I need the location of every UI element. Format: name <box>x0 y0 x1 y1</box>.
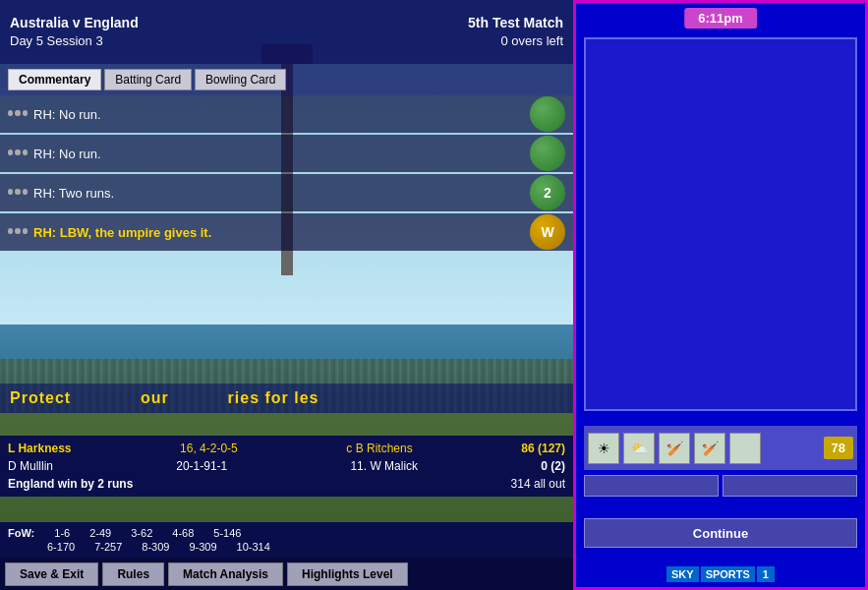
commentary-text-4: RH: LBW, the umpire gives it. <box>33 225 524 240</box>
session-info: Day 5 Session 3 <box>10 32 468 50</box>
ball-dots-2 <box>8 149 28 157</box>
right-panel: 6:11pm ☀ ⛅ 🏏 🏏 78 Continue SKY SPORTS 1 <box>573 0 868 590</box>
fow-2-1: 6-170 <box>47 541 75 553</box>
weather-icon-sun: ☀ <box>588 433 619 464</box>
header-left: Australia v England Day 5 Session 3 <box>10 14 468 51</box>
fow-2-5: 10-314 <box>237 541 270 553</box>
sports-num: 1 <box>757 566 775 582</box>
score-row-1: L Harkness 16, 4-2-0-5 c B Ritchens 86 (… <box>8 440 565 457</box>
dot <box>15 110 20 116</box>
fow-2-4: 9-309 <box>189 541 216 553</box>
fow-row-1: FoW: 1-6 2-49 3-62 4-68 5-146 <box>8 526 565 540</box>
ball-indicator-1 <box>530 96 565 132</box>
commentary-text-1: RH: No run. <box>33 107 524 122</box>
score-area: L Harkness 16, 4-2-0-5 c B Ritchens 86 (… <box>0 436 573 497</box>
dot <box>15 149 20 155</box>
dot <box>8 189 13 195</box>
bowler1-score: 86 (127) <box>521 442 565 455</box>
batsman2-name: D Mulllin <box>8 459 53 473</box>
dot <box>23 228 28 234</box>
fow-2-3: 8-309 <box>142 541 169 553</box>
dot <box>23 110 28 116</box>
dot <box>23 149 28 155</box>
commentary-row-1: RH: No run. <box>0 95 573 133</box>
score-badge: 78 <box>824 437 853 459</box>
sky-label: SKY <box>666 566 699 582</box>
small-btn-2[interactable] <box>723 475 857 497</box>
weather-icon-cricket2: 🏏 <box>694 433 725 464</box>
ball-dots-3 <box>8 189 28 197</box>
dot <box>8 228 13 234</box>
tab-bar: Commentary Batting Card Bowling Card <box>0 64 573 95</box>
match-type: 5th Test Match <box>468 14 563 33</box>
commentary-row-2: RH: No run. <box>0 135 573 172</box>
sports-label: SPORTS <box>701 566 755 582</box>
dot <box>8 149 13 155</box>
fow-2-2: 7-257 <box>94 541 122 553</box>
overs-left: 0 overs left <box>468 32 563 50</box>
ball-indicator-2 <box>530 136 565 171</box>
dot <box>15 189 20 195</box>
ball-dots-1 <box>8 110 28 118</box>
highlights-level-button[interactable]: Highlights Level <box>287 562 408 586</box>
tab-bowling-card[interactable]: Bowling Card <box>195 69 286 90</box>
bowler1-label: c B Ritchens <box>346 442 412 455</box>
bowler2-score: 0 (2) <box>541 459 565 473</box>
score-row-2: D Mulllin 20-1-91-1 11. W Malick 0 (2) <box>8 457 565 475</box>
fow-1-4: 4-68 <box>172 527 194 539</box>
commentary-area: RH: No run. RH: No run. RH: Two runs. 2 <box>0 95 573 253</box>
weather-icon-cloud: ⛅ <box>623 433 655 464</box>
match-total: 314 all out <box>511 477 565 491</box>
fow-1-5: 5-146 <box>213 527 241 539</box>
game-area: Australia v England Day 5 Session 3 5th … <box>0 0 573 590</box>
match-title: Australia v England <box>10 14 468 33</box>
batsman1-name: L Harkness <box>8 442 71 455</box>
save-exit-button[interactable]: Save & Exit <box>5 562 98 586</box>
fow-1-1: 1-6 <box>54 527 70 539</box>
continue-button[interactable]: Continue <box>584 518 857 548</box>
match-result: England win by 2 runs <box>8 477 133 491</box>
weather-icon-cricket1: 🏏 <box>659 433 690 464</box>
commentary-text-3: RH: Two runs. <box>33 186 524 201</box>
batsman1-score: 16, 4-2-0-5 <box>180 442 238 455</box>
ball-indicator-4: W <box>530 214 565 250</box>
dot <box>8 110 13 116</box>
blue-display-area <box>584 37 857 411</box>
header-right: 5th Test Match 0 overs left <box>468 14 563 51</box>
score-row-result: England win by 2 runs 314 all out <box>8 475 565 493</box>
match-analysis-button[interactable]: Match Analysis <box>168 562 283 586</box>
promo-banner: Protect our ries for les <box>0 384 573 413</box>
header-bar: Australia v England Day 5 Session 3 5th … <box>0 0 573 64</box>
fow-label: FoW: <box>8 527 34 539</box>
tab-commentary[interactable]: Commentary <box>8 69 101 90</box>
small-buttons-area <box>584 475 857 497</box>
rules-button[interactable]: Rules <box>102 562 164 586</box>
commentary-row-4: RH: LBW, the umpire gives it. W <box>0 213 573 251</box>
fow-1-3: 3-62 <box>131 527 152 539</box>
weather-icon-extra <box>729 433 761 464</box>
fow-row-2: 6-170 7-257 8-309 9-309 10-314 <box>8 540 565 554</box>
sky-sports-logo: SKY SPORTS 1 <box>666 566 775 582</box>
batsman2-score: 20-1-91-1 <box>176 459 227 473</box>
promo-text: Protect our ries for les <box>0 389 329 407</box>
ball-dots-4 <box>8 228 28 236</box>
bowler2-label: 11. W Malick <box>350 459 418 473</box>
fow-area: FoW: 1-6 2-49 3-62 4-68 5-146 6-170 7-25… <box>0 522 573 558</box>
dot <box>23 189 28 195</box>
tab-batting-card[interactable]: Batting Card <box>104 69 192 90</box>
icons-bar: ☀ ⛅ 🏏 🏏 78 <box>584 426 857 470</box>
ball-indicator-3: 2 <box>530 175 565 210</box>
dot <box>15 228 20 234</box>
time-display: 6:11pm <box>684 8 757 29</box>
fow-1-2: 2-49 <box>89 527 111 539</box>
commentary-row-3: RH: Two runs. 2 <box>0 174 573 211</box>
small-btn-1[interactable] <box>584 475 719 497</box>
bottom-button-bar: Save & Exit Rules Match Analysis Highlig… <box>0 558 573 590</box>
commentary-text-2: RH: No run. <box>33 147 524 161</box>
